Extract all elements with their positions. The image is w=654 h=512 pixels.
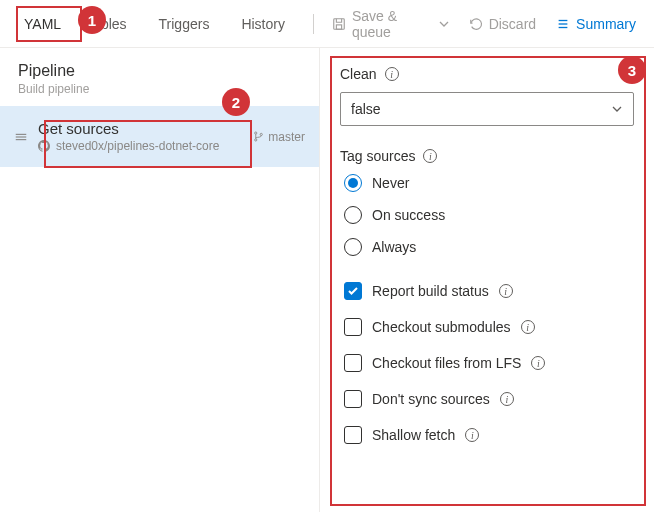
summary-label: Summary <box>576 16 636 32</box>
save-queue-button[interactable]: Save & queue <box>324 2 457 46</box>
callout-badge-1: 1 <box>78 6 106 34</box>
info-icon[interactable]: i <box>465 428 479 442</box>
radio-always[interactable]: Always <box>344 238 634 256</box>
svg-point-10 <box>260 133 262 135</box>
info-icon[interactable]: i <box>531 356 545 370</box>
check-dont-sync-sources[interactable]: Don't sync sources i <box>344 390 634 408</box>
tab-triggers[interactable]: Triggers <box>145 4 224 44</box>
get-sources-item[interactable]: Get sources steved0x/pipelines-dotnet-co… <box>0 106 319 167</box>
checkbox-indicator <box>344 426 362 444</box>
get-sources-repo: steved0x/pipelines-dotnet-core <box>56 139 219 153</box>
toolbar-divider <box>313 14 314 34</box>
info-icon[interactable]: i <box>499 284 513 298</box>
save-queue-label: Save & queue <box>352 8 433 40</box>
checkbox-indicator <box>344 354 362 372</box>
pipeline-header[interactable]: Pipeline Build pipeline <box>0 48 319 106</box>
undo-icon <box>469 17 483 31</box>
svg-rect-0 <box>334 18 345 29</box>
info-icon[interactable]: i <box>521 320 535 334</box>
radio-never[interactable]: Never <box>344 174 634 192</box>
github-icon <box>38 140 50 152</box>
svg-point-8 <box>255 132 257 134</box>
radio-indicator <box>344 206 362 224</box>
branch-indicator: master <box>253 130 305 144</box>
radio-label: Always <box>372 239 416 255</box>
tab-yaml[interactable]: YAML <box>10 4 75 44</box>
clean-value: false <box>351 101 381 117</box>
left-pane: Pipeline Build pipeline Get sources stev… <box>0 48 320 512</box>
checkbox-indicator <box>344 318 362 336</box>
right-pane: Clean i false Tag sources i Never On suc… <box>320 48 654 512</box>
callout-badge-3: 3 <box>618 56 646 84</box>
clean-label: Clean <box>340 66 377 82</box>
tab-history[interactable]: History <box>227 4 299 44</box>
pipeline-title: Pipeline <box>18 62 301 80</box>
drag-handle-icon <box>14 130 28 144</box>
summary-button[interactable]: Summary <box>548 10 644 38</box>
save-icon <box>332 17 346 31</box>
clean-label-row: Clean i <box>340 66 634 82</box>
branch-name: master <box>268 130 305 144</box>
list-icon <box>556 17 570 31</box>
info-icon[interactable]: i <box>385 67 399 81</box>
options-check-group: Report build status i Checkout submodule… <box>340 282 634 444</box>
radio-on-success[interactable]: On success <box>344 206 634 224</box>
radio-indicator <box>344 238 362 256</box>
check-checkout-submodules[interactable]: Checkout submodules i <box>344 318 634 336</box>
radio-indicator <box>344 174 362 192</box>
check-report-build-status[interactable]: Report build status i <box>344 282 634 300</box>
radio-label: On success <box>372 207 445 223</box>
tag-sources-label: Tag sources <box>340 148 415 164</box>
svg-point-9 <box>255 139 257 141</box>
chevron-down-icon <box>439 19 449 29</box>
pipeline-subtitle: Build pipeline <box>18 82 301 96</box>
chevron-down-icon <box>611 103 623 115</box>
checkbox-indicator <box>344 282 362 300</box>
check-shallow-fetch[interactable]: Shallow fetch i <box>344 426 634 444</box>
check-label: Report build status <box>372 283 489 299</box>
tag-sources-radio-group: Never On success Always <box>340 174 634 256</box>
check-label: Checkout submodules <box>372 319 511 335</box>
checkbox-indicator <box>344 390 362 408</box>
check-label: Don't sync sources <box>372 391 490 407</box>
discard-label: Discard <box>489 16 536 32</box>
discard-button[interactable]: Discard <box>461 10 544 38</box>
clean-select[interactable]: false <box>340 92 634 126</box>
branch-icon <box>253 131 264 142</box>
check-checkout-lfs[interactable]: Checkout files from LFS i <box>344 354 634 372</box>
info-icon[interactable]: i <box>423 149 437 163</box>
svg-rect-1 <box>336 24 341 28</box>
info-icon[interactable]: i <box>500 392 514 406</box>
check-label: Checkout files from LFS <box>372 355 521 371</box>
tag-sources-label-row: Tag sources i <box>340 148 634 164</box>
radio-label: Never <box>372 175 409 191</box>
callout-badge-2: 2 <box>222 88 250 116</box>
check-label: Shallow fetch <box>372 427 455 443</box>
get-sources-title: Get sources <box>38 120 243 137</box>
